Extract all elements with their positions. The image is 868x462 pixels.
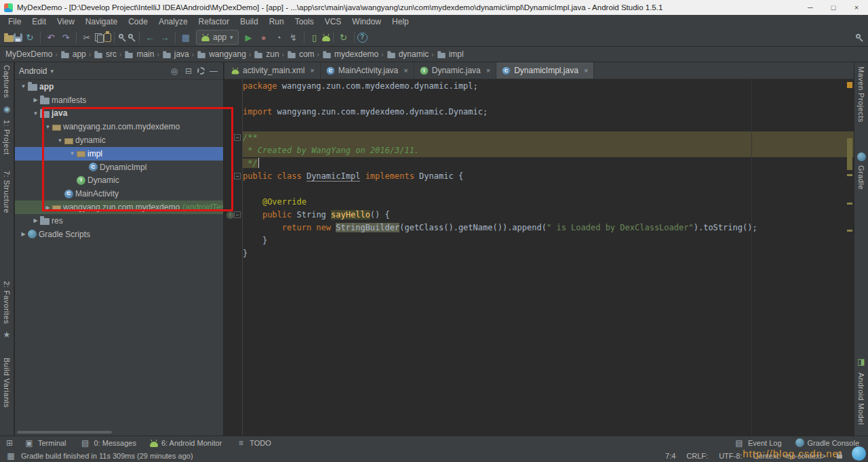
code-editor[interactable]: −−−↑ package wangyang.zun.com.mydexdemo.… [224,79,854,436]
theme-editor-icon[interactable]: ◨ [856,356,867,367]
close-button[interactable]: × [845,0,868,15]
copy-icon[interactable] [94,33,104,42]
scroll-from-source-icon[interactable]: ◎ [169,66,180,77]
tree-chevron-icon[interactable]: ▶ [43,205,52,211]
caret-position[interactable]: 7:4 [665,452,675,460]
hide-panel-icon[interactable]: — [208,66,219,77]
code-line-10[interactable]: @Override [243,196,854,209]
cut-icon[interactable]: ✂ [79,30,94,45]
search-everywhere-icon[interactable] [854,33,864,42]
tree-item-gradle-scripts[interactable]: ▶Gradle Scripts [15,228,223,241]
menu-analyze[interactable]: Analyze [153,16,193,28]
breadcrumb-item-dynamic[interactable]: dynamic [387,49,429,59]
run-configuration-select[interactable]: app▾ [196,30,239,45]
tool-window-button-0-messages[interactable]: ▤0: Messages [75,437,141,449]
tree-item-java[interactable]: ▼java [15,107,223,121]
breadcrumb-item-main[interactable]: main [124,49,154,59]
tree-item-manifests[interactable]: ▶manifests [15,93,223,107]
editor-tab-mainactivity-java[interactable]: CMainActivity.java× [321,62,414,79]
tree-item-dynamicimpl[interactable]: CDynamicImpl [15,161,223,174]
code-line-6[interactable]: * Created by WangYang on 2016/3/11. [243,144,854,157]
menu-vcs[interactable]: VCS [319,16,347,28]
tree-item-dynamic[interactable]: ▼dynamic [15,133,223,147]
open-project-icon[interactable] [4,35,14,42]
close-icon[interactable]: × [403,66,408,75]
tree-item-mainactivity[interactable]: CMainActivity [15,187,223,201]
editor-tab-dynamicimpl-java[interactable]: CDynamicImpl.java× [496,62,594,79]
avd-manager-icon[interactable]: ▯ [307,30,322,45]
tool-window-button-android-model[interactable]: Android Model [857,373,865,425]
tool-window-button-gradle-console[interactable]: Gradle Console [791,438,864,448]
redo-icon[interactable]: ↷ [58,30,73,45]
tree-chevron-icon[interactable]: ▼ [31,110,40,117]
find-icon[interactable] [117,33,127,42]
tool-window-button-event-log[interactable]: ▤Event Log [729,437,787,449]
override-marker-icon[interactable]: ↑ [226,211,234,219]
close-icon[interactable]: × [486,66,490,75]
project-view-selector[interactable]: Android ▾ [19,66,54,76]
breadcrumb-item-src[interactable]: src [94,49,117,59]
gradle-elephant-icon[interactable] [857,152,866,161]
debug-icon[interactable]: ● [256,30,271,45]
coverage-icon[interactable]: ◔ [271,30,286,45]
attach-debugger-icon[interactable]: ↯ [286,30,301,45]
breadcrumb-item-com[interactable]: com [287,49,315,59]
context-indicator[interactable]: Context: <no context> [753,452,826,460]
menu-code[interactable]: Code [123,16,153,28]
tool-window-button-captures[interactable]: Captures [3,65,11,98]
synchronize-icon[interactable]: ↻ [22,30,37,45]
tree-chevron-icon[interactable]: ▼ [43,124,52,130]
menu-file[interactable]: File [3,16,26,28]
minimize-button[interactable]: ─ [799,0,822,15]
breadcrumb-item-wangyang[interactable]: wangyang [197,49,246,59]
maximize-button[interactable]: □ [822,0,845,15]
tree-chevron-icon[interactable]: ▶ [31,217,40,224]
menu-view[interactable]: View [52,16,80,28]
code-line-5[interactable]: /** [243,131,854,144]
tree-item-wangyang-zun-com-mydexdemo[interactable]: ▼wangyang.zun.com.mydexdemo [15,120,223,133]
tree-item-res[interactable]: ▶res [15,214,223,228]
code-line-8[interactable]: public class DynamicImpl implements Dyna… [243,170,854,183]
menu-tools[interactable]: Tools [290,16,319,28]
help-icon[interactable]: ? [357,33,368,43]
save-all-icon[interactable] [14,33,22,42]
menu-navigate[interactable]: Navigate [80,16,123,28]
gradle-sync-icon[interactable]: ↻ [336,30,351,45]
tool-window-button-1-project[interactable]: 1: Project [3,120,11,154]
code-line-12[interactable]: return new StringBuilder(getClass().getN… [243,222,854,234]
fold-marker-icon[interactable]: − [234,173,241,180]
toolwindow-switcher-icon[interactable]: ⊞ [4,438,15,448]
tool-window-button-build-variants[interactable]: Build Variants [3,358,11,408]
menu-run[interactable]: Run [264,16,290,28]
sdk-manager-icon[interactable] [322,36,330,41]
breadcrumb-item-app[interactable]: app [60,49,86,59]
fold-marker-icon[interactable]: − [234,211,241,218]
code-line-4[interactable] [243,119,854,131]
breadcrumb-item-mydexdemo[interactable]: mydexdemo [322,49,378,59]
tree-item-wangyang-zun-com-mydexdemo[interactable]: ▶wangyang.zun.com.mydexdemo(androidTest) [15,201,223,214]
breadcrumb-item-mydexdemo[interactable]: MyDexDemo [5,49,52,59]
tool-window-button-6-android-monitor[interactable]: 6: Android Monitor [145,438,226,448]
compile-icon[interactable]: ▦ [178,30,193,45]
tree-chevron-icon[interactable]: ▼ [68,150,77,156]
close-icon[interactable]: × [584,66,588,75]
close-icon[interactable]: × [310,66,314,75]
captures-icon[interactable]: ◉ [1,104,12,114]
tool-window-button-todo[interactable]: ≡TODO [231,437,276,449]
editor-tab-dynamic-java[interactable]: IDynamic.java× [414,62,496,79]
code-line-13[interactable]: } [243,234,854,247]
code-line-7[interactable]: */ [243,157,854,170]
editor-tab-activity-main-xml[interactable]: activity_main.xml× [226,62,321,79]
line-separator-indicator[interactable]: CRLF: [686,452,708,460]
code-line-11[interactable]: public String sayHello() { [243,209,854,222]
tool-window-button-7-structure[interactable]: 7: Structure [3,171,11,213]
tree-chevron-icon[interactable]: ▶ [19,231,28,237]
fold-marker-icon[interactable]: − [234,134,241,141]
menu-window[interactable]: Window [347,16,387,28]
code-line-9[interactable] [243,183,854,196]
replace-icon[interactable] [127,33,136,42]
menu-refactor[interactable]: Refactor [193,16,235,28]
breadcrumb-item-java[interactable]: java [162,49,189,59]
tool-window-button-maven-projects[interactable]: Maven Projects [857,66,865,123]
menu-build[interactable]: Build [235,16,264,28]
